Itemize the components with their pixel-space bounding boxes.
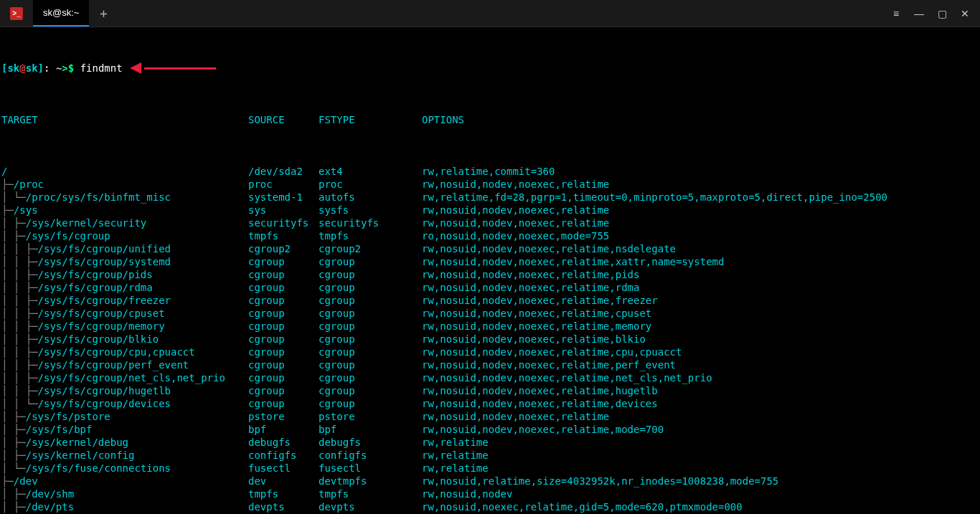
- cell-target: │ └─/proc/sys/fs/binfmt_misc: [1, 191, 248, 204]
- table-row: │ └─/proc/sys/fs/binfmt_miscsystemd-1aut…: [1, 191, 980, 204]
- table-row: │ │ ├─/sys/fs/cgroup/hugetlbcgroupcgroup…: [1, 384, 980, 397]
- cell-source: cgroup: [248, 281, 319, 294]
- cell-fstype: cgroup: [319, 255, 422, 268]
- cell-source: cgroup: [248, 358, 319, 371]
- tab-active[interactable]: sk@sk:~: [33, 0, 89, 27]
- cell-options: rw,nosuid,nodev,noexec,relatime: [422, 410, 980, 423]
- cell-fstype: cgroup2: [319, 242, 422, 255]
- table-row: │ │ ├─/sys/fs/cgroup/cpusetcgroupcgroupr…: [1, 307, 980, 320]
- cell-fstype: cgroup: [319, 333, 422, 346]
- cell-options: rw,nosuid,nodev,noexec,relatime: [422, 178, 980, 191]
- table-row: │ │ ├─/sys/fs/cgroup/net_cls,net_priocgr…: [1, 371, 980, 384]
- table-row: │ │ ├─/sys/fs/cgroup/blkiocgroupcgrouprw…: [1, 333, 980, 346]
- cell-options: rw,nosuid,nodev,noexec,relatime,nsdelega…: [422, 242, 980, 255]
- cell-source: cgroup2: [248, 242, 319, 255]
- table-row: │ │ ├─/sys/fs/cgroup/cpu,cpuacctcgroupcg…: [1, 346, 980, 358]
- cell-options: rw,nosuid,nodev,noexec,relatime,pids: [422, 268, 980, 281]
- cell-options: rw,nosuid,nodev,noexec,relatime: [422, 216, 980, 229]
- title-bar: >_ sk@sk:~ + ≡ — ▢ ✕: [0, 0, 980, 27]
- menu-icon[interactable]: ≡: [891, 7, 901, 20]
- cell-options: rw,nosuid,nodev,noexec,relatime,xattr,na…: [422, 255, 980, 268]
- cell-fstype: cgroup: [319, 294, 422, 307]
- cell-source: /dev/sda2: [248, 165, 319, 178]
- cell-fstype: tmpfs: [319, 229, 422, 242]
- cell-target: │ │ ├─/sys/fs/cgroup/rdma: [1, 281, 248, 294]
- table-row: │ │ ├─/sys/fs/cgroup/rdmacgroupcgrouprw,…: [1, 281, 980, 294]
- maximize-button[interactable]: ▢: [937, 7, 947, 20]
- cell-fstype: bpf: [319, 423, 422, 436]
- cell-target: │ │ ├─/sys/fs/cgroup/hugetlb: [1, 384, 248, 397]
- cell-target: │ │ ├─/sys/fs/cgroup/cpuset: [1, 307, 248, 320]
- cell-source: securityfs: [248, 216, 319, 229]
- table-row: │ └─/sys/fs/fuse/connectionsfusectlfusec…: [1, 462, 980, 475]
- table-row: │ │ ├─/sys/fs/cgroup/unifiedcgroup2cgrou…: [1, 242, 980, 255]
- cell-source: systemd-1: [248, 191, 319, 204]
- table-row: │ ├─/sys/kernel/configconfigfsconfigfsrw…: [1, 449, 980, 462]
- cell-source: sys: [248, 204, 319, 216]
- cell-target: │ ├─/dev/pts: [1, 500, 248, 513]
- cell-fstype: pstore: [319, 410, 422, 423]
- table-row: │ ├─/dev/ptsdevptsdevptsrw,nosuid,noexec…: [1, 500, 980, 513]
- cell-target: │ │ ├─/sys/fs/cgroup/perf_event: [1, 358, 248, 371]
- col-fstype: FSTYPE: [319, 113, 422, 126]
- cell-target: │ ├─/sys/kernel/security: [1, 216, 248, 229]
- cell-target: │ ├─/sys/fs/cgroup: [1, 229, 248, 242]
- output-header: TARGET SOURCE FSTYPE OPTIONS: [1, 113, 980, 126]
- cell-source: proc: [248, 178, 319, 191]
- cell-fstype: cgroup: [319, 384, 422, 397]
- cell-source: pstore: [248, 410, 319, 423]
- tab-label: sk@sk:~: [43, 6, 79, 19]
- cell-options: rw,relatime: [422, 436, 980, 449]
- cell-fstype: sysfs: [319, 204, 422, 216]
- cell-fstype: devpts: [319, 500, 422, 513]
- cell-fstype: configfs: [319, 449, 422, 462]
- cell-target: │ │ ├─/sys/fs/cgroup/freezer: [1, 294, 248, 307]
- cell-options: rw,nosuid,relatime,size=4032952k,nr_inod…: [422, 475, 980, 487]
- cell-options: rw,nosuid,nodev,noexec,relatime,net_cls,…: [422, 371, 980, 384]
- prompt-at: @: [19, 62, 25, 75]
- add-tab-button[interactable]: +: [89, 0, 118, 27]
- cell-target: │ │ ├─/sys/fs/cgroup/unified: [1, 242, 248, 255]
- cell-fstype: securityfs: [319, 216, 422, 229]
- prompt-line: [sk@sk]: ~>$ findmnt: [1, 62, 980, 75]
- minimize-button[interactable]: —: [914, 7, 924, 20]
- cell-fstype: debugfs: [319, 436, 422, 449]
- cell-options: rw,relatime,commit=360: [422, 165, 980, 178]
- cell-target: │ │ ├─/sys/fs/cgroup/blkio: [1, 333, 248, 346]
- cell-source: cgroup: [248, 384, 319, 397]
- cell-fstype: cgroup: [319, 281, 422, 294]
- cell-target: ├─/proc: [1, 178, 248, 191]
- tab-prev[interactable]: >_: [0, 0, 33, 27]
- cell-fstype: cgroup: [319, 371, 422, 384]
- cell-fstype: cgroup: [319, 358, 422, 371]
- terminal-area[interactable]: [sk@sk]: ~>$ findmnt TARGET SOURCE FSTYP…: [0, 27, 980, 514]
- cell-source: cgroup: [248, 307, 319, 320]
- cell-target: │ ├─/sys/kernel/debug: [1, 436, 248, 449]
- cell-source: cgroup: [248, 255, 319, 268]
- cell-source: configfs: [248, 449, 319, 462]
- table-row: │ ├─/sys/kernel/debugdebugfsdebugfsrw,re…: [1, 436, 980, 449]
- cell-options: rw,nosuid,nodev,noexec,relatime,mode=700: [422, 423, 980, 436]
- cell-options: rw,nosuid,nodev,noexec,relatime,cpuset: [422, 307, 980, 320]
- cell-source: cgroup: [248, 397, 319, 410]
- col-target: TARGET: [1, 113, 248, 126]
- cell-options: rw,relatime: [422, 462, 980, 475]
- cell-target: ├─/dev: [1, 475, 248, 487]
- cell-fstype: cgroup: [319, 307, 422, 320]
- close-button[interactable]: ✕: [960, 7, 970, 20]
- cell-options: rw,nosuid,nodev,noexec,relatime,devices: [422, 397, 980, 410]
- table-row: │ │ ├─/sys/fs/cgroup/freezercgroupcgroup…: [1, 294, 980, 307]
- table-row: │ │ ├─/sys/fs/cgroup/pidscgroupcgrouprw,…: [1, 268, 980, 281]
- cell-target: /: [1, 165, 248, 178]
- cell-fstype: cgroup: [319, 320, 422, 333]
- cell-options: rw,nosuid,nodev,noexec,relatime,perf_eve…: [422, 358, 980, 371]
- cell-options: rw,nosuid,nodev,noexec,relatime,freezer: [422, 294, 980, 307]
- cell-source: devpts: [248, 500, 319, 513]
- cell-options: rw,nosuid,nodev,noexec,relatime,hugetlb: [422, 384, 980, 397]
- cell-fstype: cgroup: [319, 268, 422, 281]
- cell-source: fusectl: [248, 462, 319, 475]
- prompt-host: sk: [26, 62, 38, 75]
- table-row: │ ├─/sys/fs/bpfbpfbpfrw,nosuid,nodev,noe…: [1, 423, 980, 436]
- cell-target: │ │ ├─/sys/fs/cgroup/cpu,cpuacct: [1, 346, 248, 358]
- output-rows: //dev/sda2ext4rw,relatime,commit=360├─/p…: [1, 165, 980, 514]
